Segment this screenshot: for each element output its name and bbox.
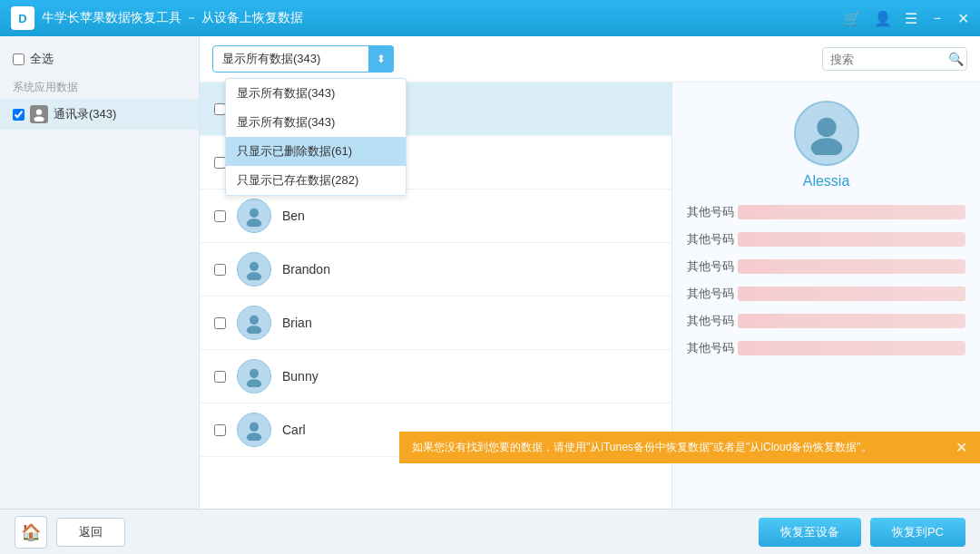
contacts-icon [30, 105, 48, 123]
filter-bar: 显示所有数据(343) ⬍ 显示所有数据(343) 显示所有数据(343) 只显… [200, 36, 980, 83]
detail-value-1 [738, 232, 965, 247]
app-logo: D [11, 6, 34, 30]
detail-field-5: 其他号码 [687, 340, 965, 356]
svg-point-8 [250, 262, 259, 271]
svg-point-13 [247, 379, 261, 387]
svg-point-11 [247, 326, 261, 334]
contact-checkbox-6[interactable] [214, 424, 226, 436]
menu-icon[interactable]: ☰ [905, 10, 917, 27]
contacts-label: 通讯录(343) [54, 106, 116, 122]
svg-point-16 [817, 118, 836, 137]
detail-value-0 [738, 205, 965, 219]
contact-checkbox-4[interactable] [214, 317, 226, 329]
filter-dropdown: 显示所有数据(343) 显示所有数据(343) 只显示已删除数据(61) 只显示… [225, 78, 407, 196]
filter-select[interactable]: 显示所有数据(343) ⬍ [212, 45, 394, 73]
filter-option-all[interactable]: 显示所有数据(343) [226, 79, 406, 108]
svg-point-7 [247, 219, 261, 227]
contact-name-4: Brian [282, 316, 312, 330]
notification-bar: 如果您没有找到您要的数据，请使用"从iTunes备份中恢复数据"或者是"从iCl… [399, 432, 980, 463]
notification-text: 如果您没有找到您要的数据，请使用"从iTunes备份中恢复数据"或者是"从iCl… [412, 440, 872, 455]
svg-point-9 [247, 272, 261, 280]
detail-field-1: 其他号码 [687, 231, 965, 248]
search-input[interactable] [830, 53, 948, 66]
sidebar-section-label: 系统应用数据 [0, 73, 199, 99]
detail-label-5: 其他号码 [687, 340, 738, 356]
detail-value-5 [738, 341, 965, 355]
contact-name-6: Carl [282, 423, 306, 437]
title-bar: D 牛学长苹果数据恢复工具 － 从设备上恢复数据 🛒 👤 ☰ － ✕ [0, 0, 980, 36]
bottom-bar: 🏠 返回 恢复至设备 恢复到PC [0, 509, 980, 554]
sidebar: 全选 系统应用数据 通讯录(343) [0, 36, 200, 509]
contact-item-2[interactable]: Ben [200, 190, 671, 243]
filter-option-existing[interactable]: 只显示已存在数据(282) [226, 166, 406, 195]
contact-avatar-5 [237, 359, 271, 394]
action-buttons: 恢复至设备 恢复到PC [759, 518, 965, 547]
detail-value-2 [738, 259, 965, 274]
search-box: 🔍 [822, 47, 967, 71]
search-icon: 🔍 [948, 52, 964, 66]
filter-arrow-icon: ⬍ [368, 45, 394, 73]
svg-point-12 [250, 369, 259, 378]
detail-field-0: 其他号码 [687, 204, 965, 220]
detail-value-3 [738, 287, 965, 301]
contacts-checkbox[interactable] [13, 109, 24, 121]
detail-fields: 其他号码 其他号码 其他号码 其他号码 [687, 204, 965, 367]
detail-field-3: 其他号码 [687, 286, 965, 302]
detail-label-2: 其他号码 [687, 258, 738, 275]
close-button[interactable]: ✕ [957, 10, 969, 27]
detail-label-3: 其他号码 [687, 286, 738, 302]
home-button[interactable]: 🏠 [15, 516, 47, 549]
detail-field-2: 其他号码 [687, 258, 965, 275]
svg-point-6 [250, 209, 259, 218]
content-area: 显示所有数据(343) ⬍ 显示所有数据(343) 显示所有数据(343) 只显… [200, 36, 980, 509]
app-title: 牛学长苹果数据恢复工具 － 从设备上恢复数据 [42, 10, 843, 26]
contact-name-5: Bunny [282, 369, 318, 384]
svg-point-14 [250, 423, 259, 432]
detail-field-4: 其他号码 [687, 313, 965, 329]
contact-name-2: Ben [282, 209, 305, 223]
detail-label-4: 其他号码 [687, 313, 738, 329]
contact-avatar-6 [237, 413, 271, 447]
user-icon[interactable]: 👤 [874, 10, 892, 27]
select-all-label: 全选 [30, 51, 54, 67]
contact-checkbox-5[interactable] [214, 371, 226, 383]
select-all-checkbox[interactable] [13, 53, 24, 65]
main-layout: 全选 系统应用数据 通讯录(343) 显示所有数据(343) ⬍ [0, 36, 980, 509]
contact-avatar-2 [237, 199, 271, 233]
contact-item-3[interactable]: Brandon [200, 243, 671, 296]
contact-checkbox-3[interactable] [214, 264, 226, 276]
restore-device-button[interactable]: 恢复至设备 [759, 518, 861, 547]
sidebar-item-contacts[interactable]: 通讯录(343) [0, 99, 199, 130]
minimize-button[interactable]: － [930, 9, 945, 28]
window-controls: 🛒 👤 ☰ － ✕ [843, 9, 969, 28]
svg-point-10 [250, 316, 259, 325]
notification-close-button[interactable]: ✕ [956, 439, 967, 456]
contact-checkbox-2[interactable] [214, 210, 226, 222]
restore-pc-button[interactable]: 恢复到PC [870, 518, 965, 547]
filter-current-value: 显示所有数据(343) [222, 51, 320, 67]
filter-select-wrapper: 显示所有数据(343) ⬍ 显示所有数据(343) 显示所有数据(343) 只显… [212, 45, 394, 73]
contact-avatar-4 [237, 306, 271, 340]
detail-avatar [794, 101, 859, 166]
detail-label-1: 其他号码 [687, 231, 738, 248]
svg-point-17 [810, 138, 842, 155]
detail-name: Alessia [803, 173, 850, 190]
select-all-row[interactable]: 全选 [0, 45, 199, 73]
filter-option-all2[interactable]: 显示所有数据(343) [226, 108, 406, 137]
detail-label-0: 其他号码 [687, 204, 738, 220]
svg-point-15 [247, 433, 261, 441]
filter-option-deleted[interactable]: 只显示已删除数据(61) [226, 137, 406, 166]
cart-icon[interactable]: 🛒 [843, 10, 861, 27]
svg-point-0 [36, 109, 42, 114]
svg-point-1 [34, 116, 44, 121]
contact-name-3: Brandon [282, 262, 330, 277]
detail-value-4 [738, 314, 965, 328]
back-button[interactable]: 返回 [56, 518, 125, 547]
contact-item-4[interactable]: Brian [200, 296, 671, 350]
contact-avatar-3 [237, 252, 271, 287]
contact-item-5[interactable]: Bunny [200, 350, 671, 403]
